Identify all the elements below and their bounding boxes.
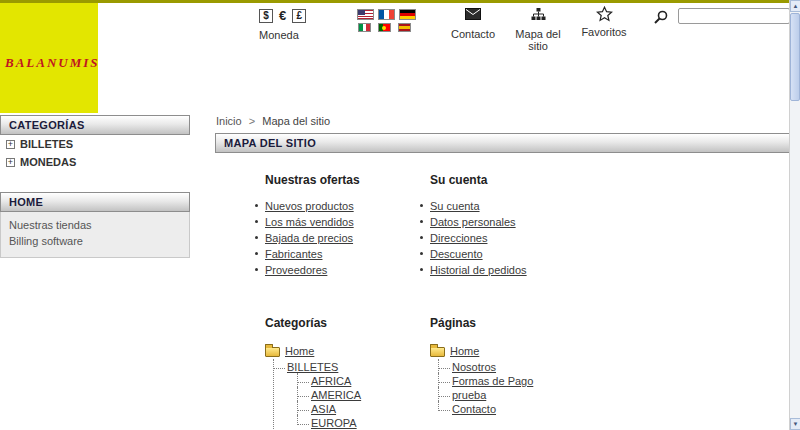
categories-tree-title: Categorías xyxy=(265,316,361,330)
sitemap-icon xyxy=(510,8,566,24)
offers-list: Nuevos productos Los más vendidos Bajada… xyxy=(253,200,435,280)
tree-link-prueba[interactable]: prueba xyxy=(452,389,486,401)
offers-title: Nuestras ofertas xyxy=(265,173,435,187)
scrollbar-thumb[interactable] xyxy=(790,13,800,101)
account-link-historial-pedidos[interactable]: Historial de pedidos xyxy=(430,264,527,276)
currency-dollar-button[interactable]: $ xyxy=(259,9,273,23)
list-item: Los más vendidos xyxy=(253,216,435,232)
sitemap-nav[interactable]: Mapa del sitio xyxy=(510,8,566,52)
tree-list: BILLETES AFRICA AMERICA ASIA EUROPA xyxy=(265,359,361,429)
tree-link-home[interactable]: Home xyxy=(285,345,314,357)
star-icon xyxy=(574,6,634,22)
contact-nav[interactable]: Contacto xyxy=(444,8,502,40)
portugal-flag-icon[interactable] xyxy=(378,23,391,32)
page-title: MAPA DEL SITIO xyxy=(215,133,790,153)
tree-node: Nosotros xyxy=(438,359,533,373)
categories-tree: Categorías Home BILLETES AFRICA AMERICA … xyxy=(265,316,361,429)
tree-node: prueba xyxy=(438,387,533,401)
folder-icon xyxy=(430,347,445,357)
envelope-icon xyxy=(444,8,502,24)
logo-text: BALANUMIS xyxy=(5,55,100,71)
tree-link-africa[interactable]: AFRICA xyxy=(311,375,351,387)
tree-link-billetes[interactable]: BILLETES xyxy=(287,361,338,373)
tree-list: Nosotros Formas de Pago prueba Contacto xyxy=(430,359,533,415)
tree-node: BILLETES AFRICA AMERICA ASIA EUROPA xyxy=(273,359,361,429)
tree-root: Home xyxy=(265,345,361,359)
offers-link-proveedores[interactable]: Proveedores xyxy=(265,264,327,276)
breadcrumb-current: Mapa del sitio xyxy=(262,115,330,127)
list-item: Su cuenta xyxy=(418,200,620,216)
list-item: Proveedores xyxy=(253,264,435,280)
language-selector xyxy=(357,9,416,32)
account-link-descuento[interactable]: Descuento xyxy=(430,248,483,260)
scroll-up-button[interactable] xyxy=(790,0,800,12)
top-accent-bar xyxy=(0,0,800,3)
tree-link-asia[interactable]: ASIA xyxy=(311,403,336,415)
list-item: Datos personales xyxy=(418,216,620,232)
offers-link-mas-vendidos[interactable]: Los más vendidos xyxy=(265,216,354,228)
tree-link-america[interactable]: AMERICA xyxy=(311,389,361,401)
list-item: Nuevos productos xyxy=(253,200,435,216)
sitemap-label: Mapa del sitio xyxy=(510,28,566,52)
tree-link-europa[interactable]: EUROPA xyxy=(311,417,357,429)
account-section: Su cuenta Su cuenta Datos personales Dir… xyxy=(430,173,620,280)
offers-link-fabricantes[interactable]: Fabricantes xyxy=(265,248,322,260)
account-link-direcciones[interactable]: Direcciones xyxy=(430,232,487,244)
list-item: Fabricantes xyxy=(253,248,435,264)
currency-pound-button[interactable]: £ xyxy=(292,9,306,23)
france-flag-icon[interactable] xyxy=(378,9,395,20)
scroll-down-button[interactable] xyxy=(790,418,800,430)
currency-euro-button[interactable]: € xyxy=(279,8,286,23)
home-block: HOME Nuestras tiendas Billing software xyxy=(0,192,190,258)
tree-node: AFRICA xyxy=(297,373,361,387)
us-flag-icon[interactable] xyxy=(357,9,374,20)
vertical-scrollbar[interactable] xyxy=(789,0,800,430)
search-icon[interactable] xyxy=(653,10,668,27)
sidebar-item-billetes[interactable]: BILLETES xyxy=(0,135,190,153)
tree-link-contacto[interactable]: Contacto xyxy=(452,403,496,415)
tree-sublist: AFRICA AMERICA ASIA EUROPA xyxy=(287,373,361,429)
favorites-nav[interactable]: Favoritos xyxy=(574,6,634,38)
account-list: Su cuenta Datos personales Direcciones D… xyxy=(418,200,620,280)
sidebar-item-monedas[interactable]: MONEDAS xyxy=(0,153,190,171)
tree-node: ASIA xyxy=(297,401,361,415)
spain-flag-icon[interactable] xyxy=(398,23,411,32)
breadcrumb-home-link[interactable]: Inicio xyxy=(216,115,242,127)
sidebar-item-label: MONEDAS xyxy=(20,156,76,168)
home-header: HOME xyxy=(0,192,190,212)
pages-tree-title: Páginas xyxy=(430,316,533,330)
categories-block: CATEGORÍAS BILLETES MONEDAS xyxy=(0,115,190,171)
account-title: Su cuenta xyxy=(430,173,620,187)
account-link-datos-personales[interactable]: Datos personales xyxy=(430,216,516,228)
tree-link-home[interactable]: Home xyxy=(450,345,479,357)
tree-node: AMERICA xyxy=(297,387,361,401)
search-input[interactable] xyxy=(678,8,790,24)
tree-link-nosotros[interactable]: Nosotros xyxy=(452,361,496,373)
home-panel: Nuestras tiendas Billing software xyxy=(0,212,190,258)
logo[interactable]: BALANUMIS xyxy=(0,3,98,113)
currency-selector: $ € £ Moneda xyxy=(259,8,306,41)
categories-header: CATEGORÍAS xyxy=(0,115,190,135)
offers-link-bajada-precios[interactable]: Bajada de precios xyxy=(265,232,353,244)
tree-root: Home xyxy=(430,345,533,359)
germany-flag-icon[interactable] xyxy=(399,9,416,20)
account-link-su-cuenta[interactable]: Su cuenta xyxy=(430,200,480,212)
favorites-label: Favoritos xyxy=(574,26,634,38)
list-item: Direcciones xyxy=(418,232,620,248)
tree-node: Contacto xyxy=(438,401,533,415)
offers-section: Nuestras ofertas Nuevos productos Los má… xyxy=(265,173,435,280)
contact-label: Contacto xyxy=(444,28,502,40)
expand-plus-icon[interactable] xyxy=(6,158,15,167)
tree-node: Formas de Pago xyxy=(438,373,533,387)
sidebar-item-label: BILLETES xyxy=(20,138,73,150)
sidebar: CATEGORÍAS BILLETES MONEDAS HOME Nuestra… xyxy=(0,115,190,258)
list-item: Bajada de precios xyxy=(253,232,435,248)
expand-plus-icon[interactable] xyxy=(6,140,15,149)
offers-link-nuevos-productos[interactable]: Nuevos productos xyxy=(265,200,354,212)
italy-flag-icon[interactable] xyxy=(358,23,371,32)
breadcrumb-separator: > xyxy=(249,115,255,127)
main-content: Inicio > Mapa del sitio MAPA DEL SITIO N… xyxy=(215,113,790,430)
sidebar-link-nuestras-tiendas[interactable]: Nuestras tiendas xyxy=(9,217,181,233)
tree-link-formas-de-pago[interactable]: Formas de Pago xyxy=(452,375,533,387)
sidebar-link-billing-software[interactable]: Billing software xyxy=(9,233,181,249)
